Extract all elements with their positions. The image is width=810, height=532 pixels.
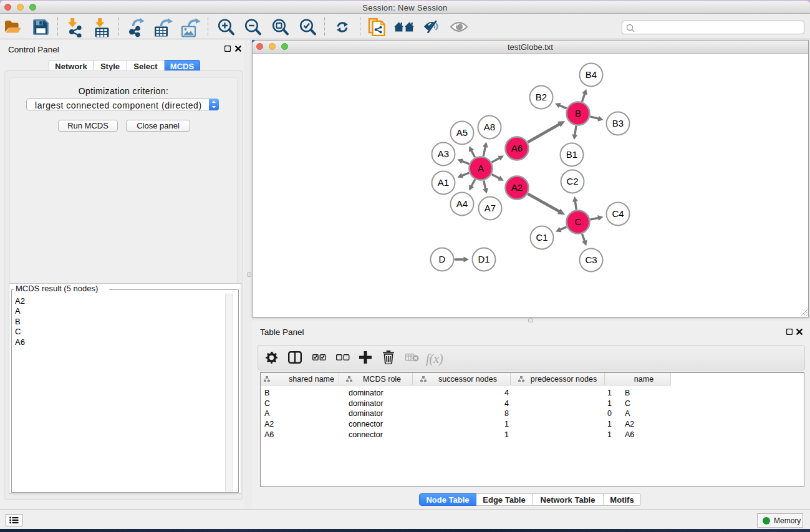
svg-text:B: B <box>575 108 581 118</box>
svg-text:C2: C2 <box>566 176 578 186</box>
svg-text:A3: A3 <box>438 148 449 159</box>
svg-text:A2: A2 <box>511 182 523 193</box>
svg-text:B1: B1 <box>566 149 577 160</box>
svg-text:A4: A4 <box>456 198 468 209</box>
svg-text:B3: B3 <box>612 118 624 128</box>
svg-text:C4: C4 <box>612 208 624 219</box>
svg-text:A8: A8 <box>484 122 495 132</box>
svg-text:D1: D1 <box>478 254 489 264</box>
svg-text:C3: C3 <box>585 254 597 265</box>
svg-text:C1: C1 <box>536 232 547 243</box>
svg-text:A7: A7 <box>485 203 496 213</box>
svg-text:B4: B4 <box>586 69 597 80</box>
svg-text:C: C <box>575 216 582 227</box>
svg-text:A: A <box>478 163 484 173</box>
svg-text:B2: B2 <box>536 92 547 102</box>
svg-text:A6: A6 <box>511 143 523 153</box>
svg-text:A1: A1 <box>438 177 449 188</box>
svg-text:A5: A5 <box>456 127 468 138</box>
svg-text:D: D <box>439 254 446 264</box>
